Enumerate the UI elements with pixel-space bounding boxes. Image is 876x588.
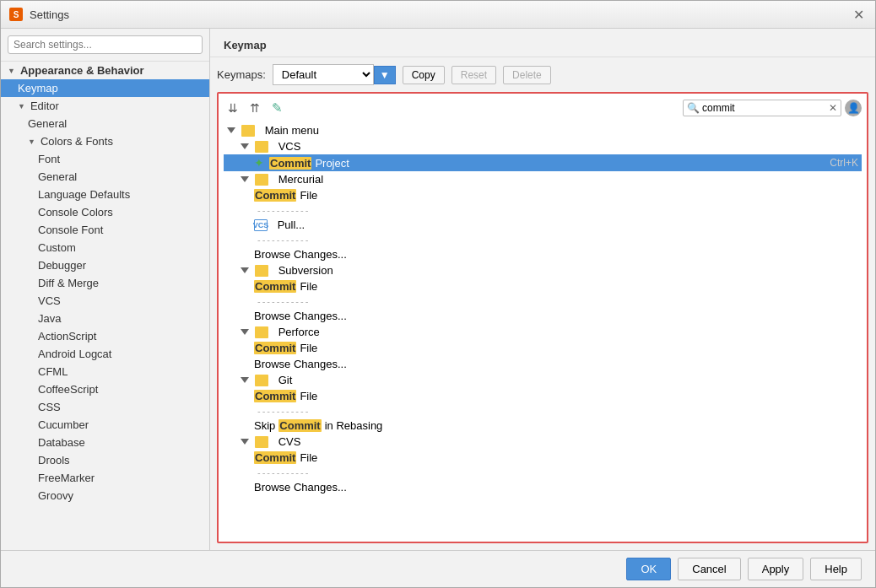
tree-item-browse-changes-cvs[interactable]: Browse Changes...	[224, 479, 862, 495]
delete-button[interactable]: Delete	[503, 66, 551, 84]
sidebar-item-custom[interactable]: Custom	[1, 239, 209, 256]
expand-icon	[241, 267, 249, 273]
sidebar: ▼ Appearance & Behavior Keymap ▼ Editor …	[1, 29, 210, 550]
sidebar-item-colors-fonts[interactable]: ▼ Colors & Fonts	[1, 132, 209, 150]
keymap-dropdown-button[interactable]: ▼	[374, 66, 396, 84]
tree-item-skip-commit[interactable]: Skip Commit in Rebasing	[224, 418, 862, 434]
expand-icon	[227, 127, 235, 133]
tree-item-commit-file-perforce[interactable]: Commit File	[224, 340, 862, 356]
sidebar-item-language-defaults[interactable]: Language Defaults	[1, 186, 209, 203]
sidebar-item-groovy[interactable]: Groovy	[1, 487, 209, 504]
star-icon: ✦	[254, 156, 264, 170]
tree-item-browse-changes-perforce[interactable]: Browse Changes...	[224, 356, 862, 372]
sidebar-search-input[interactable]	[8, 35, 203, 54]
app-icon: S	[9, 8, 23, 21]
expand-icon	[241, 439, 249, 445]
clear-search-button[interactable]: ✕	[829, 102, 837, 114]
collapse-all-button[interactable]: ⇈	[246, 99, 264, 117]
tree-item-cvs[interactable]: CVS	[224, 434, 862, 450]
tree-item-sep1: -----------	[224, 203, 862, 217]
folder-icon	[255, 436, 268, 448]
tree-item-subversion[interactable]: Subversion	[224, 262, 862, 278]
sidebar-item-font[interactable]: Font	[1, 150, 209, 168]
sidebar-item-freemarker[interactable]: FreeMarker	[1, 469, 209, 487]
copy-button[interactable]: Copy	[403, 66, 445, 84]
keymap-top-bar: Keymaps: Default ▼ Copy Reset Delete	[217, 64, 868, 85]
sidebar-item-keymap[interactable]: Keymap	[1, 79, 209, 97]
tree-item-sep2: -----------	[224, 233, 862, 246]
edit-shortcut-button[interactable]: ✎	[268, 99, 286, 117]
title-bar-left: S Settings	[9, 8, 69, 21]
window-title: Settings	[30, 8, 69, 21]
keymap-dropdown: Default ▼	[273, 64, 396, 85]
triangle-icon: ▼	[8, 67, 15, 75]
tree-item-commit-file-mercurial[interactable]: Commit File	[224, 187, 862, 203]
tree-item-sep4: -----------	[224, 404, 862, 418]
search-right: 🔍 ✕ 👤	[683, 100, 862, 116]
reset-button[interactable]: Reset	[452, 66, 496, 84]
keymap-select[interactable]: Default	[273, 64, 374, 85]
main-content: ▼ Appearance & Behavior Keymap ▼ Editor …	[1, 29, 875, 550]
close-button[interactable]: ✕	[850, 6, 867, 23]
sidebar-item-general[interactable]: General	[1, 115, 209, 132]
expand-all-button[interactable]: ⇊	[224, 99, 242, 117]
sidebar-item-actionscript[interactable]: ActionScript	[1, 327, 209, 345]
tree-item-commit-project[interactable]: ✦ Commit Project Ctrl+K	[224, 154, 862, 171]
search-area-top: ⇊ ⇈ ✎ 🔍 ✕ 👤	[224, 99, 862, 117]
shortcuts-icon[interactable]: 👤	[845, 100, 862, 116]
sidebar-item-console-font[interactable]: Console Font	[1, 221, 209, 239]
expand-icon	[241, 329, 249, 335]
sidebar-item-cucumber[interactable]: Cucumber	[1, 416, 209, 434]
sidebar-item-appearance[interactable]: ▼ Appearance & Behavior	[1, 62, 209, 79]
tree-item-commit-file-subversion[interactable]: Commit File	[224, 278, 862, 294]
sidebar-item-drools[interactable]: Drools	[1, 451, 209, 469]
sidebar-item-css[interactable]: CSS	[1, 398, 209, 416]
folder-icon	[255, 375, 268, 386]
settings-dialog: S Settings ✕ ▼ Appearance & Behavior Key…	[0, 0, 876, 588]
cancel-button[interactable]: Cancel	[678, 558, 740, 580]
shortcut-label: Ctrl+K	[830, 157, 858, 169]
tree-item-commit-file-git[interactable]: Commit File	[224, 388, 862, 404]
sidebar-item-java[interactable]: Java	[1, 310, 209, 327]
sidebar-item-coffeescript[interactable]: CoffeeScript	[1, 380, 209, 398]
folder-icon	[255, 326, 268, 338]
tree-item-main-menu[interactable]: Main menu	[224, 122, 862, 138]
apply-button[interactable]: Apply	[748, 558, 804, 580]
folder-icon	[255, 174, 268, 186]
expand-icon	[241, 377, 249, 383]
search-tools: ⇊ ⇈ ✎	[224, 99, 286, 117]
sidebar-item-editor[interactable]: ▼ Editor	[1, 97, 209, 115]
sidebar-item-database[interactable]: Database	[1, 434, 209, 451]
sidebar-item-console-colors[interactable]: Console Colors	[1, 203, 209, 221]
commit-highlight: Commit	[254, 390, 296, 402]
sidebar-item-vcs[interactable]: VCS	[1, 292, 209, 310]
folder-icon	[255, 141, 268, 153]
tree-item-browse-changes-subversion[interactable]: Browse Changes...	[224, 308, 862, 324]
tree-item-git[interactable]: Git	[224, 372, 862, 388]
tree-item-perforce[interactable]: Perforce	[224, 324, 862, 340]
tree-item-vcs[interactable]: VCS	[224, 138, 862, 154]
bottom-bar: OK Cancel Apply Help	[1, 550, 875, 587]
sidebar-item-android-logcat[interactable]: Android Logcat	[1, 345, 209, 363]
folder-icon	[241, 125, 255, 137]
keymap-search-input[interactable]	[702, 102, 829, 114]
sidebar-item-diff-merge[interactable]: Diff & Merge	[1, 274, 209, 292]
search-field: 🔍 ✕	[683, 100, 841, 116]
sidebar-item-general2[interactable]: General	[1, 168, 209, 186]
help-button[interactable]: Help	[810, 558, 862, 580]
tree-item-sep5: -----------	[224, 466, 862, 479]
commit-highlight: Commit	[254, 189, 296, 202]
commit-highlight: Commit	[254, 280, 296, 293]
tree-item-sep3: -----------	[224, 294, 862, 308]
tree-item-browse-changes-mercurial[interactable]: Browse Changes...	[224, 246, 862, 262]
sidebar-item-debugger[interactable]: Debugger	[1, 256, 209, 274]
triangle-icon: ▼	[28, 138, 35, 146]
ok-button[interactable]: OK	[626, 558, 671, 580]
search-icon: 🔍	[687, 102, 700, 114]
tree-item-mercurial[interactable]: Mercurial	[224, 171, 862, 187]
panel-header: Keymap	[210, 29, 875, 57]
tree-item-commit-file-cvs[interactable]: Commit File	[224, 450, 862, 466]
tree-item-pull[interactable]: VCS Pull...	[224, 217, 862, 233]
vcs-icon: VCS	[254, 219, 268, 231]
sidebar-item-cfml[interactable]: CFML	[1, 363, 209, 380]
